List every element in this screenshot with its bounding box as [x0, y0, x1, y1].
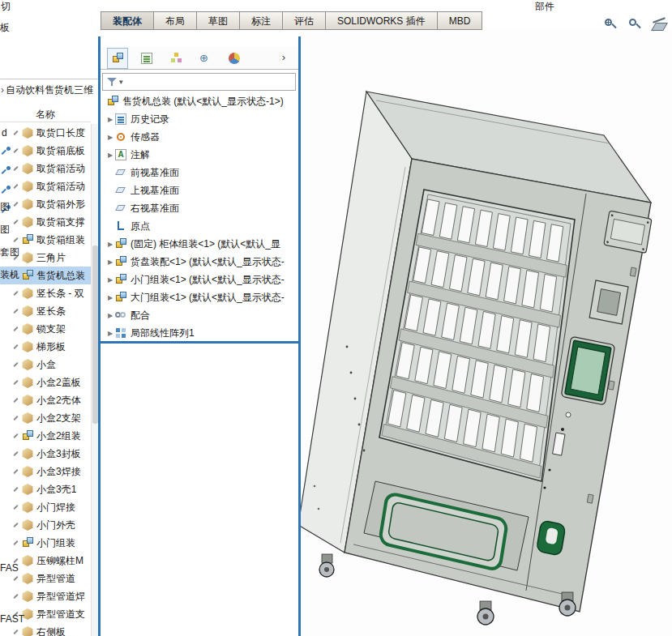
feature-label: (固定) 柜体组装<1> (默认<默认_显 [131, 237, 280, 251]
panel-splitter[interactable] [98, 36, 101, 636]
eraser-icon[interactable] [651, 16, 669, 34]
feature-tree-item[interactable]: ▶ 局部线性阵列1 [101, 324, 298, 342]
part-icon [22, 234, 33, 245]
configurationmanager-tab[interactable] [165, 48, 186, 69]
part-icon [22, 519, 33, 531]
ribbon-tab[interactable]: 布局 [153, 11, 197, 30]
pin-icon [2, 147, 11, 156]
vending-machine-model [298, 30, 672, 636]
pin-icon [2, 166, 11, 175]
expand-arrow-icon[interactable]: ▶ [105, 294, 115, 301]
scrollbar-thumb[interactable] [92, 245, 98, 424]
parts-list-item[interactable]: 小盒 [0, 356, 91, 373]
feature-tree-item[interactable]: ▶ 传感器 [101, 128, 298, 146]
parts-list-item[interactable]: 取货箱活动 [0, 160, 91, 177]
part-icon [22, 181, 33, 192]
feature-mark-icon [13, 398, 18, 403]
feature-tree-item[interactable]: ▶ 右视基准面 [101, 199, 298, 217]
featuremanager-tree-tab[interactable] [107, 48, 128, 69]
feature-tree-item[interactable]: ▶ 上视基准面 [101, 181, 298, 199]
feature-mark-icon [13, 576, 18, 581]
part-icon [22, 163, 33, 174]
part-icon [22, 466, 33, 477]
parts-list-item[interactable]: 小盒2壳体 [0, 391, 91, 409]
parts-list-item[interactable]: 小盒2组装 [0, 427, 91, 445]
feature-tree-item[interactable]: ▶ 历史记录 [101, 110, 298, 128]
parts-list-item[interactable]: 小门外壳 [0, 516, 91, 534]
zoom-to-fit-icon[interactable] [602, 16, 620, 34]
part-icon [22, 395, 33, 406]
chevron-down-icon: ▾ [119, 78, 123, 86]
parts-list-item[interactable]: 小盒3壳1 [0, 480, 91, 498]
breadcrumb[interactable]: ›自动饮料售货机三维 [0, 82, 93, 98]
expand-arrow-icon[interactable]: ▶ [105, 152, 115, 159]
ribbon-tab-label: 标注 [251, 15, 271, 27]
parts-list-item[interactable]: 小盒3焊接 [0, 463, 91, 480]
parts-list-item[interactable]: 取货箱活动 [0, 177, 91, 195]
ribbon-tab-label: MBD [449, 15, 471, 27]
assembly-icon [107, 96, 118, 107]
feature-label: 大门组装<1> (默认<默认_显示状态- [131, 291, 285, 305]
feature-tree-item[interactable]: ▶ 前视基准面 [101, 164, 298, 181]
part-icon [22, 359, 33, 370]
dimxpertmanager-tab[interactable] [195, 48, 216, 69]
expand-arrow-icon[interactable]: ▶ [105, 116, 115, 123]
ribbon-tab[interactable]: SOLIDWORKS 插件 [325, 11, 438, 30]
part-name: 小门组装 [36, 536, 75, 550]
graphics-viewport[interactable] [301, 30, 672, 636]
feature-tree-item[interactable]: ▶ 小门组装<1> (默认<默认_显示状态- [101, 271, 298, 288]
parts-list-item[interactable]: 小门组装 [0, 534, 91, 552]
parts-list-item[interactable]: 取货箱支撑 [0, 213, 91, 231]
expand-arrow-icon[interactable]: ▶ [105, 276, 115, 284]
ribbon-tab[interactable]: 草图 [196, 11, 240, 30]
part-name: 三角片 [36, 251, 66, 265]
feature-tree-root[interactable]: 售货机总装 (默认<默认_显示状态-1>) [101, 92, 298, 110]
parts-list-item[interactable]: 小盒2盖板 [0, 373, 91, 391]
feature-tree-item[interactable]: ▶ 大门组装<1> (默认<默认_显示状态- [101, 288, 298, 306]
scrollbar[interactable] [91, 124, 98, 636]
command-manager-tabs: 装配体布局草图标注评估SOLIDWORKS 插件MBD [101, 11, 482, 30]
part-name: 取货箱活动 [36, 180, 85, 194]
parts-list-item[interactable]: 竖长条 [0, 302, 91, 320]
displaymanager-tab[interactable] [224, 48, 245, 69]
zoom-to-area-icon[interactable] [627, 16, 644, 34]
feature-mark-icon [13, 202, 18, 207]
expand-arrow-icon[interactable]: ▶ [105, 312, 115, 319]
parts-list-item[interactable]: 取货箱外形 [0, 195, 91, 213]
ribbon-tab-label: 草图 [208, 15, 228, 27]
parts-list-item[interactable]: 小盒3封板 [0, 445, 91, 463]
panel-splitter[interactable] [298, 36, 301, 636]
expand-arrow-icon[interactable]: ▶ [105, 258, 115, 266]
parts-list-item[interactable]: 锁支架 [0, 320, 91, 338]
ribbon-tab[interactable]: MBD [437, 11, 483, 30]
expand-panel-icon[interactable]: › [282, 51, 285, 63]
parts-list-item[interactable]: 异型管道焊 [0, 587, 91, 605]
tree-filter[interactable]: ▾ [102, 73, 296, 91]
part-icon [22, 252, 33, 263]
propertymanager-tab[interactable] [136, 48, 157, 69]
expand-arrow-icon[interactable]: ▶ [105, 134, 115, 141]
parts-list-item[interactable]: 小盒2支架 [0, 409, 91, 427]
expand-arrow-icon[interactable]: ▶ [105, 330, 115, 337]
parts-list-item[interactable]: 右侧板 [0, 623, 91, 636]
ribbon-tab[interactable]: 评估 [282, 11, 326, 30]
divider [0, 79, 98, 79]
feature-label: 局部线性阵列1 [131, 327, 195, 340]
parts-list-item[interactable]: 取货箱底板 [0, 142, 91, 160]
breadcrumb-label: 自动饮料售货机三维 [6, 84, 93, 96]
panel-splitter[interactable] [101, 341, 298, 344]
feature-tree-item[interactable]: ▶ (固定) 柜体组装<1> (默认<默认_显 [101, 235, 298, 253]
name-column-header[interactable]: 名称 [0, 106, 91, 122]
part-icon [22, 288, 33, 299]
parts-list-item[interactable]: 取货口长度 [0, 124, 91, 142]
parts-list-item[interactable]: 梯形板 [0, 338, 91, 356]
feature-tree-item[interactable]: ▶ 注解 [101, 146, 298, 164]
feature-tree-item[interactable]: ▶ 货盘装配<1> (默认<默认_显示状态- [101, 253, 298, 271]
expand-arrow-icon[interactable]: ▶ [105, 241, 115, 248]
feature-tree-item[interactable]: ▶ 原点 [101, 217, 298, 235]
parts-list-item[interactable]: 竖长条 - 双 [0, 284, 91, 302]
feature-tree-item[interactable]: ▶ 配合 [101, 306, 298, 324]
ribbon-tab[interactable]: 装配体 [101, 11, 154, 30]
ribbon-tab[interactable]: 标注 [239, 11, 283, 30]
parts-list-item[interactable]: 小门焊接 [0, 498, 91, 516]
